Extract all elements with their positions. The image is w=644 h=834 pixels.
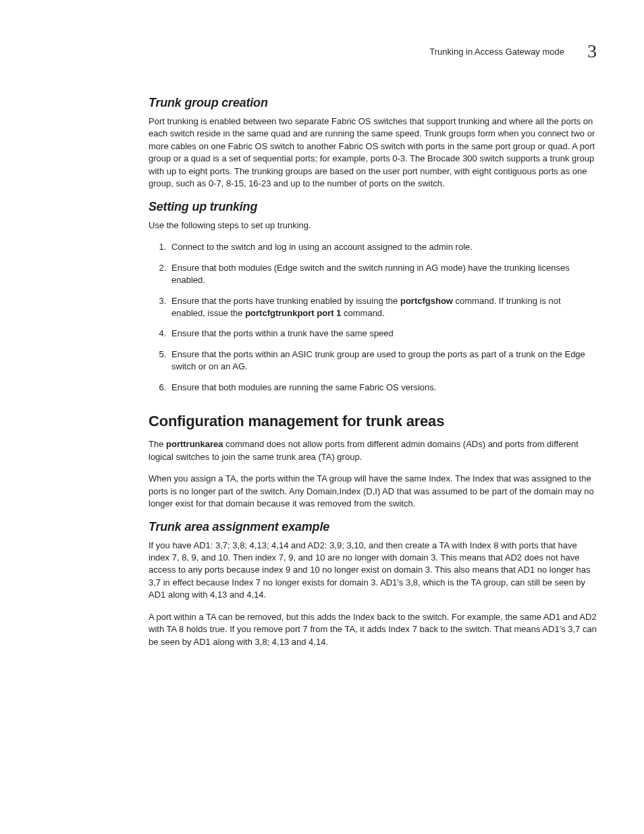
running-header: Trunking in Access Gateway mode 3 <box>47 41 597 62</box>
step-text: Ensure that the ports within an ASIC tru… <box>171 349 585 371</box>
step-text: Ensure that the ports within a trunk hav… <box>171 328 394 338</box>
paragraph: The porttrunkarea command does not allow… <box>149 438 597 463</box>
command-name: porttrunkarea <box>166 439 223 449</box>
heading-trunk-group-creation: Trunk group creation <box>149 96 597 110</box>
text-run: The <box>149 439 166 449</box>
step-text: command. <box>341 308 384 318</box>
list-item: Ensure that both modules are running the… <box>169 382 597 394</box>
paragraph: Use the following steps to set up trunki… <box>149 219 597 232</box>
step-text: Connect to the switch and log in using a… <box>171 242 473 252</box>
paragraph: A port within a TA can be removed, but t… <box>149 611 597 648</box>
document-page: Trunking in Access Gateway mode 3 Trunk … <box>0 0 644 834</box>
list-item: Connect to the switch and log in using a… <box>169 241 597 253</box>
paragraph: When you assign a TA, the ports within t… <box>149 473 597 510</box>
paragraph: If you have AD1: 3,7; 3,8; 4,13; 4,14 an… <box>149 540 597 602</box>
heading-ta-example: Trunk area assignment example <box>149 520 597 534</box>
heading-setting-up-trunking: Setting up trunking <box>149 200 597 214</box>
list-item: Ensure that both modules (Edge switch an… <box>169 262 597 287</box>
list-item: Ensure that the ports within an ASIC tru… <box>169 348 597 373</box>
list-item: Ensure that the ports within a trunk hav… <box>169 328 597 340</box>
steps-list: Connect to the switch and log in using a… <box>149 241 597 394</box>
step-text: Ensure that the ports have trunking enab… <box>171 296 400 306</box>
content-area: Trunk group creation Port trunking is en… <box>149 96 597 648</box>
command-name: portcfgshow <box>400 296 453 306</box>
running-title: Trunking in Access Gateway mode <box>429 47 564 57</box>
list-item: Ensure that the ports have trunking enab… <box>169 295 597 320</box>
paragraph: Port trunking is enabled between two sep… <box>149 115 597 190</box>
heading-config-mgmt: Configuration management for trunk areas <box>149 413 597 430</box>
step-text: Ensure that both modules are running the… <box>171 382 436 392</box>
step-text: Ensure that both modules (Edge switch an… <box>171 263 570 285</box>
chapter-number: 3 <box>587 41 597 62</box>
command-name: portcfgtrunkport port 1 <box>245 308 341 318</box>
